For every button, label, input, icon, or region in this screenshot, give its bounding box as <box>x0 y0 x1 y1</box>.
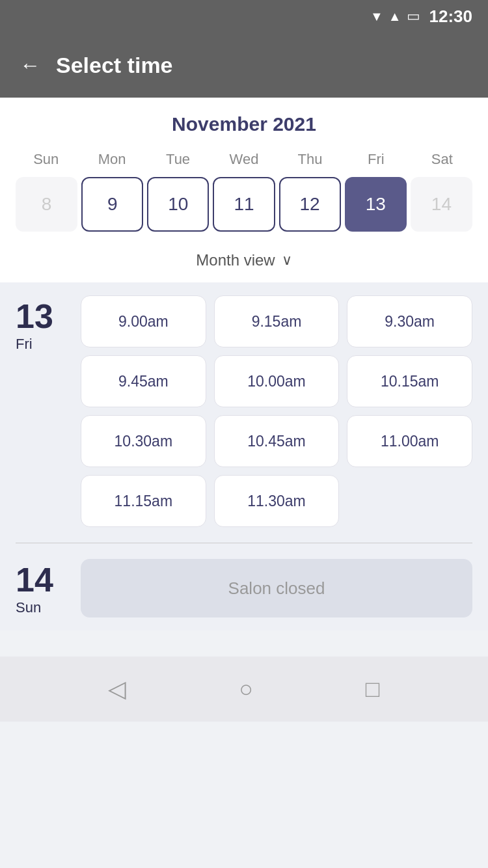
month-year-label: November 2021 <box>13 113 475 135</box>
page-title: Select time <box>56 53 173 78</box>
month-view-toggle[interactable]: Month view ∨ <box>13 241 475 282</box>
slot-1000am[interactable]: 10.00am <box>214 355 340 407</box>
day-divider <box>16 543 472 543</box>
day-name-13: Fri <box>16 336 33 353</box>
slot-945am[interactable]: 9.45am <box>81 355 206 407</box>
month-view-label: Month view <box>196 251 275 269</box>
nav-recent-button[interactable]: □ <box>366 675 380 703</box>
slot-915am[interactable]: 9.15am <box>214 295 340 347</box>
date-cell-9[interactable]: 9 <box>81 177 143 232</box>
slot-1130am[interactable]: 11.30am <box>214 475 340 527</box>
slot-1045am[interactable]: 10.45am <box>214 415 340 467</box>
app-header: ← Select time <box>0 33 488 98</box>
weekday-fri: Fri <box>343 148 409 170</box>
slot-1015am[interactable]: 10.15am <box>347 355 472 407</box>
weekday-thu: Thu <box>277 148 343 170</box>
back-button[interactable]: ← <box>20 53 40 77</box>
day-label-14: 14 Sun <box>16 559 68 616</box>
slot-900am[interactable]: 9.00am <box>81 295 206 347</box>
weekday-sat: Sat <box>409 148 475 170</box>
status-bar: ▼ ▲ ▭ 12:30 <box>0 0 488 33</box>
battery-icon: ▭ <box>407 8 420 25</box>
chevron-down-icon: ∨ <box>282 252 292 269</box>
slot-930am[interactable]: 9.30am <box>347 295 472 347</box>
calendar-section: November 2021 Sun Mon Tue Wed Thu Fri Sa… <box>0 98 488 282</box>
date-cell-10[interactable]: 10 <box>147 177 209 232</box>
date-cell-13[interactable]: 13 <box>345 177 407 232</box>
status-time: 12:30 <box>429 7 473 27</box>
slot-1100am[interactable]: 11.00am <box>347 415 472 467</box>
day-number-13: 13 <box>16 299 53 333</box>
slot-1115am[interactable]: 11.15am <box>81 475 206 527</box>
weekday-sun: Sun <box>13 148 79 170</box>
status-icons: ▼ ▲ ▭ 12:30 <box>370 7 472 27</box>
date-cell-14[interactable]: 14 <box>411 177 472 232</box>
date-row: 8 9 10 11 12 13 14 <box>13 177 475 232</box>
date-cell-8[interactable]: 8 <box>16 177 77 232</box>
time-slots-section: 13 Fri 9.00am 9.15am 9.30am 9.45am 10.00… <box>0 282 488 631</box>
day-block-14: 14 Sun Salon closed <box>16 559 472 617</box>
date-cell-12[interactable]: 12 <box>279 177 341 232</box>
weekday-row: Sun Mon Tue Wed Thu Fri Sat <box>13 148 475 170</box>
wifi-icon: ▼ <box>370 9 383 24</box>
salon-closed-label: Salon closed <box>228 578 325 599</box>
day-number-14: 14 <box>16 563 53 597</box>
weekday-mon: Mon <box>79 148 144 170</box>
weekday-tue: Tue <box>145 148 211 170</box>
slots-grid-13: 9.00am 9.15am 9.30am 9.45am 10.00am 10.1… <box>81 295 472 527</box>
day-label-13: 13 Fri <box>16 295 68 527</box>
signal-icon: ▲ <box>388 9 401 24</box>
weekday-wed: Wed <box>211 148 277 170</box>
day-block-13: 13 Fri 9.00am 9.15am 9.30am 9.45am 10.00… <box>16 295 472 527</box>
day-name-14: Sun <box>16 599 41 616</box>
bottom-nav: ◁ ○ □ <box>0 657 488 722</box>
nav-back-button[interactable]: ◁ <box>108 675 126 703</box>
slot-1030am[interactable]: 10.30am <box>81 415 206 467</box>
salon-closed-box: Salon closed <box>81 559 472 617</box>
nav-home-button[interactable]: ○ <box>239 675 253 703</box>
date-cell-11[interactable]: 11 <box>213 177 275 232</box>
